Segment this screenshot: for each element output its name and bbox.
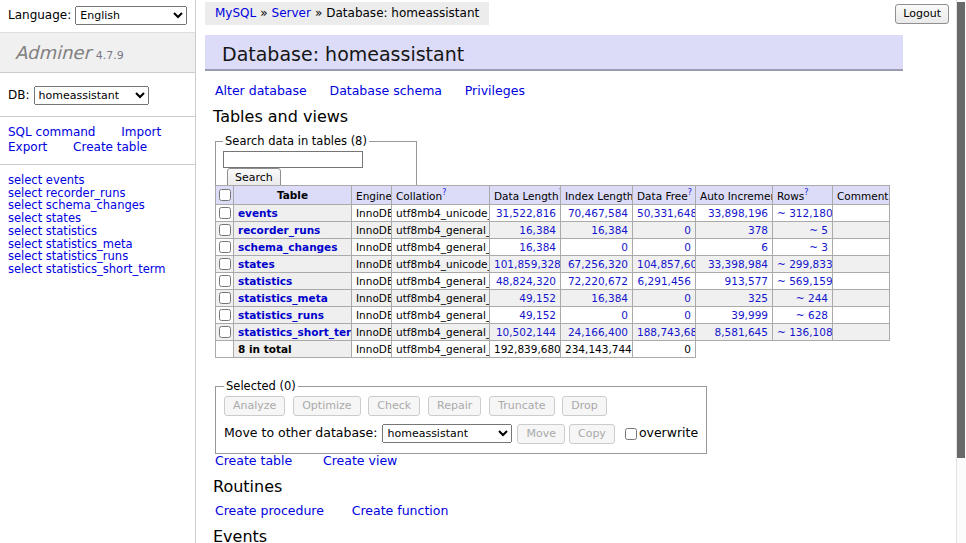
sidebar-link-export[interactable]: Export xyxy=(8,140,47,154)
create-view-link[interactable]: Create view xyxy=(323,453,397,468)
move-label: Move to other database: xyxy=(224,425,377,440)
breadcrumb-link-mysql[interactable]: MySQL xyxy=(215,6,256,20)
table-link[interactable]: statistics xyxy=(238,275,292,287)
scrollbar-track[interactable] xyxy=(956,0,966,543)
sidebar-item-select-events[interactable]: select events xyxy=(8,174,195,187)
search-input[interactable] xyxy=(223,151,363,168)
tables-and-views-heading: Tables and views xyxy=(213,107,348,126)
table-link[interactable]: statistics_short_term xyxy=(238,326,352,338)
column-header-table: Table xyxy=(234,186,352,205)
breadcrumb-separator: » xyxy=(315,6,322,20)
copy-button[interactable]: Copy xyxy=(569,424,615,444)
table-link[interactable]: states xyxy=(238,258,275,270)
alter-database-link[interactable]: Alter database xyxy=(215,83,307,98)
table-link[interactable]: events xyxy=(238,207,278,219)
sidebar-link-create-table[interactable]: Create table xyxy=(73,140,147,154)
scrollbar-thumb[interactable] xyxy=(957,2,965,458)
index-length-cell: 72,220,672 xyxy=(561,272,633,289)
db-select[interactable]: homeassistant xyxy=(34,86,149,105)
collation-cell: utf8mb4_general_ci xyxy=(392,221,490,238)
analyze-button[interactable]: Analyze xyxy=(224,396,285,416)
move-database-select[interactable]: homeassistant xyxy=(382,424,512,443)
auto-increment-cell: 913,577 xyxy=(696,272,773,289)
routines-heading: Routines xyxy=(213,477,282,496)
row-checkbox[interactable] xyxy=(219,224,231,236)
drop-button[interactable]: Drop xyxy=(562,396,606,416)
engine-cell: InnoDB xyxy=(352,289,392,306)
repair-button[interactable]: Repair xyxy=(428,396,481,416)
create-function-link[interactable]: Create function xyxy=(352,503,449,518)
language-row: Language:English xyxy=(0,0,195,25)
move-button[interactable]: Move xyxy=(517,424,565,444)
collation-cell: utf8mb4_general_ci xyxy=(392,323,490,340)
create-procedure-link[interactable]: Create procedure xyxy=(215,503,324,518)
auto-increment-cell: 325 xyxy=(696,289,773,306)
row-checkbox[interactable] xyxy=(219,258,231,270)
move-row: Move to other database:homeassistantMove… xyxy=(224,424,698,444)
sidebar-item-select-states[interactable]: select states xyxy=(8,212,195,225)
engine-cell: InnoDB xyxy=(352,204,392,221)
index-length-cell: 16,384 xyxy=(561,289,633,306)
row-checkbox[interactable] xyxy=(219,292,231,304)
sidebar-item-select-statistics[interactable]: select statistics xyxy=(8,225,195,238)
events-heading: Events xyxy=(213,527,267,543)
column-header-comment: Comment? xyxy=(833,186,890,205)
data-free-cell: 0 xyxy=(633,238,696,255)
overwrite-checkbox[interactable] xyxy=(625,428,637,440)
sidebar-link-import[interactable]: Import xyxy=(121,125,161,139)
row-checkbox[interactable] xyxy=(219,326,231,338)
comment-cell xyxy=(833,221,890,238)
select-all-checkbox[interactable] xyxy=(219,189,231,201)
privileges-link[interactable]: Privileges xyxy=(465,83,525,98)
table-link[interactable]: schema_changes xyxy=(238,241,338,253)
column-header-index-length: Index Length? xyxy=(561,186,633,205)
overwrite-label[interactable]: overwrite xyxy=(639,425,698,440)
db-label: DB: xyxy=(8,88,30,102)
rows-count-cell: ~ 5 xyxy=(773,221,833,238)
column-header-auto-increment: Auto Increment? xyxy=(696,186,773,205)
database-schema-link[interactable]: Database schema xyxy=(330,83,442,98)
comment-cell xyxy=(833,289,890,306)
sidebar-table-links: select events select recorder_runs selec… xyxy=(0,165,195,276)
rows-count-cell: ~ 628 xyxy=(773,306,833,323)
comment-cell xyxy=(833,255,890,272)
data-length-cell: 49,152 xyxy=(490,289,561,306)
create-table-link[interactable]: Create table xyxy=(215,453,292,468)
comment-cell xyxy=(833,238,890,255)
table-name-cell: schema_changes xyxy=(234,238,352,255)
app-version[interactable]: 4.7.9 xyxy=(96,49,124,62)
comment-cell xyxy=(833,306,890,323)
table-link[interactable]: recorder_runs xyxy=(238,224,320,236)
logout-button[interactable]: Logout xyxy=(895,4,949,24)
rows-count-cell: ~ 312,180 xyxy=(773,204,833,221)
help-icon[interactable]: ? xyxy=(888,188,889,197)
help-icon[interactable]: ? xyxy=(804,188,808,197)
comment-cell xyxy=(833,204,890,221)
sidebar-item-select-statistics-short-term[interactable]: select statistics_short_term xyxy=(8,263,195,276)
row-checkbox[interactable] xyxy=(219,309,231,321)
engine-cell: InnoDB xyxy=(352,221,392,238)
help-icon[interactable]: ? xyxy=(688,188,692,197)
sidebar-link-sql-command[interactable]: SQL command xyxy=(8,125,95,139)
help-icon[interactable]: ? xyxy=(442,188,446,197)
row-checkbox[interactable] xyxy=(219,241,231,253)
table-link[interactable]: statistics_meta xyxy=(238,292,328,304)
table-link[interactable]: statistics_runs xyxy=(238,309,324,321)
row-checkbox[interactable] xyxy=(219,275,231,287)
rows-count-cell: ~ 136,108 xyxy=(773,323,833,340)
language-select[interactable]: English xyxy=(75,6,187,25)
row-checkbox[interactable] xyxy=(219,207,231,219)
truncate-button[interactable]: Truncate xyxy=(489,396,554,416)
engine-cell: InnoDB xyxy=(352,323,392,340)
breadcrumb-link-server[interactable]: Server xyxy=(272,6,311,20)
index-length-cell: 0 xyxy=(561,238,633,255)
engine-cell: InnoDB xyxy=(352,306,392,323)
optimize-button[interactable]: Optimize xyxy=(293,396,360,416)
data-free-cell: 0 xyxy=(633,221,696,238)
column-header-data-length: Data Length? xyxy=(490,186,561,205)
tables-list: Table Engine? Collation? Data Length? In… xyxy=(215,185,890,358)
check-button[interactable]: Check xyxy=(368,396,420,416)
sidebar-operations: SQL command Import Export Create table xyxy=(0,117,196,164)
data-length-cell: 16,384 xyxy=(490,221,561,238)
app-name: Adminer xyxy=(15,42,91,63)
